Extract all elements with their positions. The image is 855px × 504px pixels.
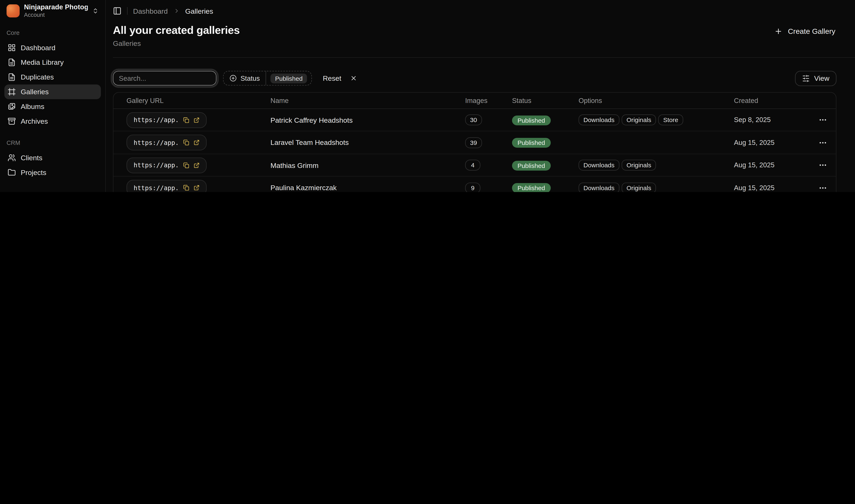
copy-icon[interactable]	[183, 117, 189, 123]
topbar: Dashboard Galleries	[113, 0, 836, 15]
gallery-name: Patrick Caffrey Headshots	[271, 116, 465, 124]
table-row[interactable]: https://app. Patrick Caffrey Headshots 3…	[114, 109, 836, 132]
gallery-url-text: https://app.	[134, 116, 179, 124]
option-badge-downloads: Downloads	[578, 114, 620, 126]
breadcrumb-galleries: Galleries	[185, 7, 213, 15]
sidebar-item-label: Projects	[21, 168, 46, 177]
chevrons-up-down-icon	[92, 8, 99, 14]
reset-button[interactable]: Reset	[323, 74, 341, 82]
workspace-avatar	[7, 4, 20, 17]
sidebar-item-archives[interactable]: Archives	[4, 114, 101, 129]
section-label-crm: CRM	[7, 140, 99, 146]
images-icon	[8, 103, 16, 111]
sidebar-item-projects[interactable]: Projects	[4, 165, 101, 180]
external-link-icon[interactable]	[194, 162, 199, 168]
column-header-options: Options	[578, 97, 734, 104]
frame-icon	[8, 88, 16, 96]
page-title: All your created galleries	[113, 24, 240, 36]
create-gallery-button[interactable]: Create Gallery	[773, 25, 837, 38]
sidebar-item-label: Galleries	[21, 88, 49, 96]
created-date: Sep 8, 2025	[734, 116, 816, 124]
gallery-url-text: https://app.	[134, 161, 179, 169]
plus-icon	[774, 27, 782, 35]
created-date: Aug 15, 2025	[734, 184, 816, 192]
galleries-table: Gallery URLNameImagesStatusOptionsCreate…	[113, 92, 836, 192]
gallery-url-pill: https://app.	[126, 157, 207, 173]
external-link-icon[interactable]	[194, 185, 199, 191]
gallery-url-pill: https://app.	[126, 112, 207, 128]
sidebar-item-dashboard[interactable]: Dashboard	[4, 40, 101, 55]
sidebar-item-label: Albums	[21, 103, 45, 111]
copy-icon[interactable]	[183, 140, 189, 145]
sidebar: Ninjaparade Photogra... Account Core Das…	[0, 0, 106, 192]
external-link-icon[interactable]	[194, 140, 199, 145]
images-count-badge: 30	[465, 114, 482, 126]
sidebar-item-albums[interactable]: Albums	[4, 99, 101, 114]
sidebar-item-media-library[interactable]: Media Library	[4, 55, 101, 70]
status-filter-value[interactable]: Published	[271, 73, 307, 83]
file-text-icon	[8, 58, 16, 67]
workspace-name: Ninjaparade Photogra...	[24, 4, 88, 11]
external-link-icon[interactable]	[194, 117, 199, 123]
layout-grid-icon	[8, 43, 16, 52]
chevron-right-icon	[173, 8, 180, 14]
row-menu-icon[interactable]	[818, 183, 827, 192]
copy-icon[interactable]	[183, 162, 189, 168]
header-divider	[113, 57, 855, 58]
copy-icon[interactable]	[183, 185, 189, 191]
table-row[interactable]: https://app. Laravel Team Headshots 39 P…	[114, 132, 836, 154]
sidebar-toggle-icon[interactable]	[113, 7, 122, 15]
sidebar-item-galleries[interactable]: Galleries	[4, 85, 101, 99]
users-icon	[8, 154, 16, 162]
breadcrumb-dashboard[interactable]: Dashboard	[133, 7, 168, 15]
main-content: Dashboard Galleries All your created gal…	[106, 0, 855, 192]
row-menu-icon[interactable]	[818, 138, 827, 147]
table-row[interactable]: https://app. Mathias Grimm 4 Published D…	[114, 154, 836, 177]
section-label-core: Core	[7, 30, 99, 36]
status-filter[interactable]: Status Published	[223, 71, 312, 86]
circle-plus-icon	[229, 75, 237, 82]
status-badge: Published	[512, 115, 551, 125]
column-header-status: Status	[512, 97, 578, 104]
images-count-badge: 9	[465, 182, 481, 192]
status-badge: Published	[512, 138, 551, 148]
gallery-name: Paulina Kazmierczak	[271, 184, 465, 192]
workspace-switcher[interactable]: Ninjaparade Photogra... Account	[4, 3, 101, 19]
table-header-row: Gallery URLNameImagesStatusOptionsCreate…	[114, 93, 836, 109]
section-label-commerce: Commerce	[7, 191, 99, 192]
page-subtitle: Galleries	[113, 39, 240, 47]
column-header-name: Name	[271, 97, 465, 104]
search-input[interactable]	[113, 71, 216, 86]
file-text-icon	[8, 73, 16, 81]
gallery-url-pill: https://app.	[126, 180, 207, 192]
table-row[interactable]: https://app. Paulina Kazmierczak 9 Publi…	[114, 177, 836, 192]
gallery-url-text: https://app.	[134, 184, 179, 192]
sidebar-item-clients[interactable]: Clients	[4, 150, 101, 165]
folder-icon	[8, 168, 16, 177]
column-header-images: Images	[465, 97, 512, 104]
column-header-gallery-url: Gallery URL	[126, 97, 271, 104]
sidebar-item-duplicates[interactable]: Duplicates	[4, 70, 101, 85]
clear-filters-icon[interactable]	[350, 75, 357, 82]
images-count-badge: 39	[465, 137, 482, 148]
gallery-name: Laravel Team Headshots	[271, 139, 465, 147]
gallery-name: Mathias Grimm	[271, 161, 465, 169]
app-window: Ninjaparade Photogra... Account Core Das…	[0, 0, 855, 192]
status-badge: Published	[512, 183, 551, 192]
sidebar-item-label: Media Library	[21, 58, 64, 67]
row-menu-icon[interactable]	[818, 115, 827, 124]
view-button[interactable]: View	[795, 71, 836, 86]
created-date: Aug 15, 2025	[734, 161, 816, 169]
images-count-badge: 4	[465, 160, 481, 170]
topbar-divider	[127, 7, 128, 15]
row-menu-icon[interactable]	[818, 161, 827, 169]
sidebar-item-label: Archives	[21, 117, 48, 125]
sidebar-item-label: Dashboard	[21, 43, 55, 52]
option-badge-originals: Originals	[622, 182, 656, 192]
sidebar-item-label: Duplicates	[21, 73, 54, 81]
gallery-url-text: https://app.	[134, 139, 179, 146]
option-badge-originals: Originals	[622, 160, 656, 170]
gallery-url-pill: https://app.	[126, 135, 207, 150]
column-header-created: Created	[734, 97, 816, 104]
created-date: Aug 15, 2025	[734, 139, 816, 146]
